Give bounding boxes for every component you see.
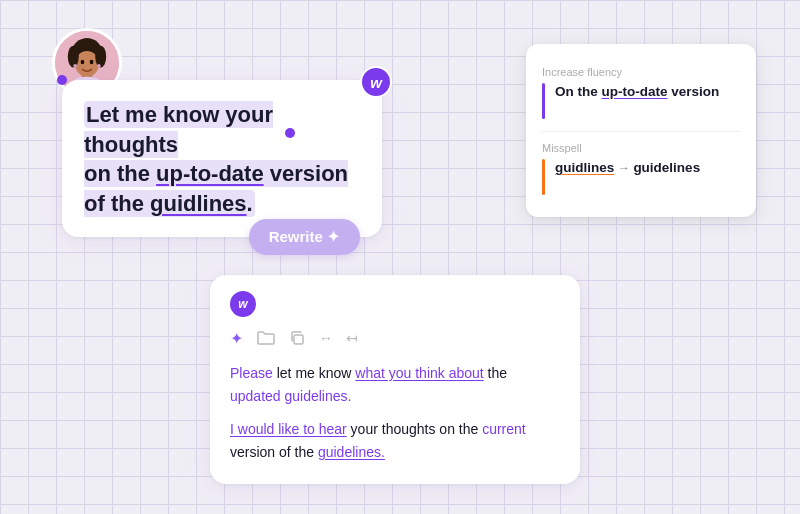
up-to-date-link: up-to-date (156, 161, 264, 186)
fluency-suggestion: Increase fluency On the up-to-date versi… (542, 58, 740, 127)
fluency-bar (542, 83, 545, 119)
highlighted-text: Let me know your thoughtson the up-to-da… (84, 101, 348, 217)
svg-point-5 (68, 46, 79, 68)
output-paragraph-1: Please let me know what you think about … (230, 362, 560, 408)
misspell-bar (542, 159, 545, 195)
fluency-label: Increase fluency (542, 66, 740, 78)
svg-point-8 (81, 60, 85, 65)
guidlines-link: guidlines (150, 191, 247, 216)
selection-dot-br (285, 128, 295, 138)
copy-icon[interactable] (289, 330, 305, 346)
misspell-text: guidlines → guidelines (555, 159, 700, 178)
editor-text: Let me know your thoughtson the up-to-da… (84, 100, 360, 219)
rewrite-label: Rewrite ✦ (269, 228, 340, 246)
suggestions-card: Increase fluency On the up-to-date versi… (526, 44, 756, 217)
folder-icon[interactable] (257, 330, 275, 346)
current-word: current (482, 421, 526, 437)
editor-card: w Let me know your thoughtson the up-to-… (62, 80, 382, 237)
guidelines-link: guidelines. (318, 444, 385, 460)
i-would-like: I would like to hear (230, 421, 347, 437)
output-paragraph-2: I would like to hear your thoughts on th… (230, 418, 560, 464)
sparkle-icon[interactable]: ✦ (230, 329, 243, 348)
svg-point-10 (73, 64, 77, 68)
output-card: w ✦ ↔ ↤ Please let me know what you thin… (210, 275, 580, 484)
output-text: Please let me know what you think about … (230, 362, 560, 464)
rewrite-button[interactable]: Rewrite ✦ (249, 219, 360, 255)
svg-point-6 (95, 46, 106, 68)
misspell-suggestion: Misspell guidlines → guidelines (542, 131, 740, 203)
output-grammarly-badge: w (230, 291, 256, 317)
svg-point-9 (90, 60, 94, 65)
expand-icon[interactable]: ↔ (319, 330, 332, 346)
selection-dot-tl (57, 75, 67, 85)
svg-point-11 (97, 64, 101, 68)
collapse-icon[interactable]: ↤ (346, 330, 358, 346)
fluency-text: On the up-to-date version (555, 83, 719, 102)
please-word: Please (230, 365, 273, 381)
what-you-think: what you think about (355, 365, 483, 381)
updated-guidelines: updated guidelines. (230, 388, 351, 404)
svg-point-7 (78, 38, 96, 49)
svg-rect-12 (294, 335, 303, 344)
output-toolbar[interactable]: ✦ ↔ ↤ (230, 329, 560, 348)
misspell-label: Misspell (542, 142, 740, 154)
grammarly-badge: w (360, 66, 392, 98)
